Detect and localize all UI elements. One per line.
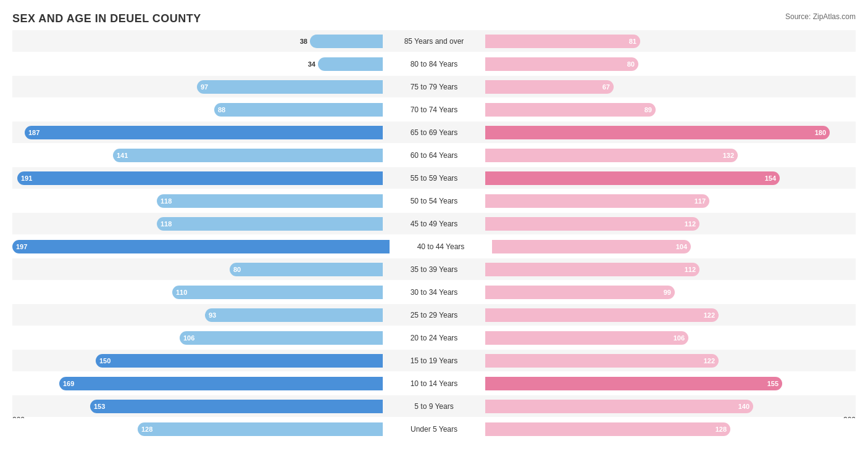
- male-value: 118: [157, 197, 172, 205]
- bar-male: 153: [90, 400, 383, 413]
- bar-male: [310, 35, 383, 48]
- male-value: 38: [300, 38, 307, 45]
- row-left: 118: [12, 190, 383, 212]
- age-label: 25 to 29 Years: [383, 311, 485, 319]
- bar-female: 155: [485, 377, 782, 390]
- chart-row: 11845 to 49 Years112: [12, 213, 856, 234]
- row-right: 155: [485, 373, 856, 394]
- age-label: Under 5 Years: [383, 425, 485, 434]
- chart-row: 3480 to 84 Years80: [12, 53, 856, 75]
- row-right: 154: [485, 167, 856, 189]
- row-left: 34: [12, 53, 383, 75]
- male-value: 93: [205, 311, 216, 319]
- row-right: 128: [485, 418, 856, 440]
- female-value: 112: [685, 220, 699, 228]
- female-value: 99: [664, 289, 675, 296]
- row-left: 38: [12, 30, 383, 52]
- chart-row: 3885 Years and over81: [12, 30, 856, 52]
- bar-female: 89: [485, 103, 656, 117]
- bar-male: 191: [17, 171, 383, 185]
- female-value: 140: [738, 403, 753, 410]
- female-value: 122: [704, 357, 719, 364]
- row-right: 89: [485, 99, 856, 120]
- bar-male: 150: [96, 354, 383, 368]
- row-left: 150: [12, 350, 383, 371]
- age-label: 10 to 14 Years: [383, 379, 485, 388]
- age-label: 65 to 69 Years: [383, 128, 485, 137]
- row-left: 153: [12, 395, 383, 417]
- row-right: 80: [485, 53, 856, 75]
- chart-row: 11850 to 54 Years117: [12, 190, 856, 212]
- row-right: 140: [485, 395, 856, 417]
- row-right: 104: [492, 236, 856, 257]
- bar-male: 197: [12, 240, 390, 253]
- row-right: 67: [485, 76, 856, 97]
- row-right: 122: [485, 304, 856, 326]
- bar-female: 81: [485, 35, 640, 48]
- male-value: 34: [308, 60, 315, 68]
- bar-male: 141: [113, 149, 383, 162]
- age-label: 30 to 34 Years: [383, 288, 485, 297]
- female-value: 80: [627, 60, 638, 68]
- row-left: 191: [12, 167, 383, 189]
- chart-container: SEX AND AGE IN DEUEL COUNTY Source: ZipA…: [0, 0, 868, 457]
- bar-male: 110: [172, 286, 383, 299]
- chart-area: 3885 Years and over813480 to 84 Years809…: [12, 30, 856, 413]
- male-value: 153: [90, 403, 105, 410]
- bar-female: 80: [485, 57, 638, 71]
- bar-female: 132: [485, 149, 738, 162]
- row-right: 112: [485, 258, 856, 280]
- chart-row: 19155 to 59 Years154: [12, 167, 856, 189]
- age-label: 60 to 64 Years: [383, 151, 485, 160]
- row-left: 106: [12, 327, 383, 348]
- female-value: 106: [674, 334, 688, 342]
- row-left: 88: [12, 99, 383, 120]
- age-label: 5 to 9 Years: [383, 402, 485, 411]
- row-left: 97: [12, 76, 383, 97]
- bar-male: 80: [230, 263, 383, 276]
- male-value: 88: [214, 106, 225, 113]
- age-label: 15 to 19 Years: [383, 356, 485, 365]
- source-label: Source: ZipAtlas.com: [785, 12, 856, 21]
- female-value: 122: [704, 311, 719, 319]
- bar-female: 122: [485, 308, 719, 322]
- chart-row: 8870 to 74 Years89: [12, 99, 856, 120]
- row-right: 99: [485, 281, 856, 303]
- female-value: 128: [716, 426, 730, 433]
- row-left: 118: [12, 213, 383, 234]
- female-value: 104: [676, 243, 691, 250]
- male-value: 80: [230, 266, 241, 273]
- female-value: 117: [695, 197, 709, 205]
- bar-female: 180: [485, 126, 830, 139]
- row-right: 122: [485, 350, 856, 371]
- bar-male: 187: [25, 126, 383, 139]
- age-label: 85 Years and over: [383, 37, 485, 46]
- age-label: 40 to 44 Years: [390, 242, 492, 251]
- male-value: 187: [25, 129, 40, 136]
- bar-female: 67: [485, 80, 614, 94]
- chart-row: 9325 to 29 Years122: [12, 304, 856, 326]
- age-label: 70 to 74 Years: [383, 105, 485, 114]
- female-value: 154: [765, 175, 780, 182]
- female-value: 89: [645, 106, 656, 113]
- age-label: 50 to 54 Years: [383, 197, 485, 205]
- female-value: 67: [603, 83, 614, 91]
- chart-row: 8035 to 39 Years112: [12, 258, 856, 280]
- age-label: 55 to 59 Years: [383, 174, 485, 183]
- female-value: 81: [629, 38, 640, 45]
- male-value: 118: [157, 220, 172, 228]
- chart-row: 128Under 5 Years128: [12, 418, 856, 440]
- male-value: 97: [197, 83, 208, 91]
- bar-male: 128: [138, 422, 383, 436]
- row-left: 197: [12, 236, 390, 257]
- age-label: 80 to 84 Years: [383, 60, 485, 68]
- bar-male: 106: [180, 331, 383, 345]
- male-value: 128: [138, 426, 152, 433]
- bar-male: 118: [157, 194, 383, 208]
- bar-female: 104: [492, 240, 691, 253]
- bar-female: 106: [485, 331, 688, 345]
- bar-female: 140: [485, 400, 753, 413]
- bar-male: 169: [59, 377, 383, 390]
- row-right: 117: [485, 190, 856, 212]
- row-left: 110: [12, 281, 383, 303]
